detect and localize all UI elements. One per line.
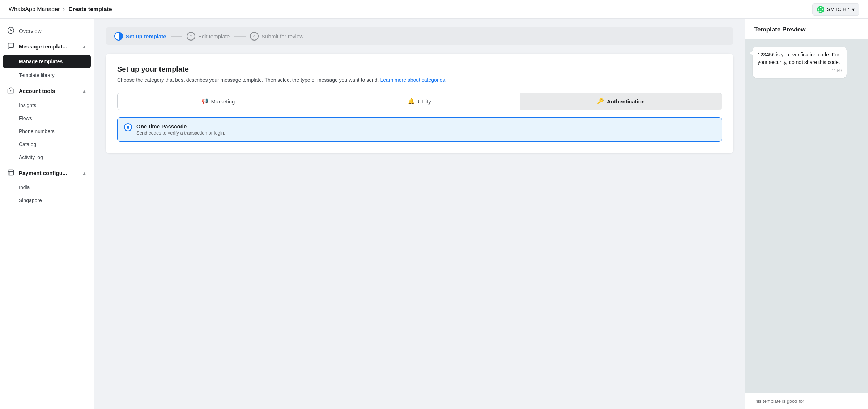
sidebar-item-flows[interactable]: Flows	[0, 112, 94, 125]
sidebar-item-manage-templates[interactable]: Manage templates	[3, 55, 91, 68]
message-time: 11:59	[758, 68, 842, 74]
sidebar-section-header-message-templates[interactable]: Message templat... ▲	[0, 39, 94, 54]
phone-numbers-label: Phone numbers	[19, 128, 55, 134]
marketing-label: Marketing	[211, 98, 235, 105]
steps-bar: Set up template ○ Edit template ○ Submit…	[106, 27, 733, 45]
message-templates-icon	[7, 42, 14, 51]
top-nav: WhatsApp Manager > Create template SMTC …	[0, 0, 868, 19]
phone-preview: 123456 is your verification code. For yo…	[745, 39, 868, 85]
step-separator-2	[234, 36, 246, 37]
whatsapp-icon	[817, 6, 824, 13]
activity-log-label: Activity log	[19, 154, 43, 160]
card-title: Set up your template	[117, 65, 722, 73]
payment-config-icon	[7, 169, 14, 177]
category-utility-btn[interactable]: 🔔 Utility	[319, 93, 520, 110]
step-setup-circle	[114, 32, 123, 41]
sidebar-section-header-payment-config[interactable]: Payment configu... ▲	[0, 165, 94, 181]
step-setup-label: Set up template	[126, 33, 166, 39]
sidebar-item-catalog[interactable]: Catalog	[0, 138, 94, 151]
step-edit-circle: ○	[187, 32, 195, 41]
utility-label: Utility	[418, 98, 431, 105]
sidebar-item-india[interactable]: India	[0, 181, 94, 194]
setup-card: Set up your template Choose the category…	[106, 54, 733, 153]
step-setup: Set up template	[114, 32, 166, 41]
sidebar-section-header-account-tools[interactable]: Account tools ▲	[0, 83, 94, 99]
sidebar-item-overview[interactable]: Overview	[0, 23, 94, 39]
card-subtitle-text: Choose the category that best describes …	[117, 77, 380, 83]
authentication-label: Authentication	[607, 98, 645, 105]
message-text: 123456 is your verification code. For yo…	[758, 52, 840, 65]
option-otp-content: One-time Passcode Send codes to verify a…	[136, 123, 225, 136]
sidebar-item-insights[interactable]: Insights	[0, 99, 94, 112]
account-dropdown-icon[interactable]: ▾	[852, 7, 855, 12]
step-separator-1	[171, 36, 182, 37]
sidebar-section-message-templates: Message templat... ▲ Manage templates Te…	[0, 39, 94, 82]
authentication-icon: 🔑	[597, 98, 604, 105]
account-tools-label: Account tools	[19, 88, 55, 94]
india-label: India	[19, 184, 30, 190]
account-selector[interactable]: SMTC Hir ▾	[812, 3, 859, 16]
insights-label: Insights	[19, 102, 36, 108]
marketing-icon: 📢	[201, 98, 208, 105]
breadcrumb-current: Create template	[69, 6, 112, 13]
sidebar-item-template-library[interactable]: Template library	[0, 69, 94, 82]
card-subtitle: Choose the category that best describes …	[117, 76, 722, 84]
breadcrumb-chevron: >	[63, 7, 65, 12]
option-otp[interactable]: One-time Passcode Send codes to verify a…	[117, 117, 722, 142]
manage-templates-label: Manage templates	[19, 59, 63, 64]
category-authentication-btn[interactable]: 🔑 Authentication	[520, 93, 722, 110]
right-panel: Template Preview 123456 is your verifica…	[745, 19, 868, 409]
preview-body: 123456 is your verification code. For yo…	[745, 39, 868, 393]
sidebar: Overview Message templat... ▲ Manage tem…	[0, 19, 94, 409]
singapore-label: Singapore	[19, 197, 42, 203]
flows-label: Flows	[19, 115, 32, 121]
main-content: Set up template ○ Edit template ○ Submit…	[94, 19, 745, 409]
overview-label: Overview	[19, 28, 42, 34]
category-marketing-btn[interactable]: 📢 Marketing	[118, 93, 319, 110]
preview-footer: This template is good for	[745, 393, 868, 409]
message-templates-label: Message templat...	[19, 43, 67, 50]
template-library-label: Template library	[19, 72, 55, 78]
account-name: SMTC Hir	[827, 7, 849, 12]
message-templates-chevron: ▲	[82, 44, 86, 49]
option-otp-title: One-time Passcode	[136, 123, 225, 129]
step-submit: ○ Submit for review	[250, 32, 303, 41]
option-otp-radio	[125, 124, 131, 131]
utility-icon: 🔔	[408, 98, 415, 105]
sidebar-section-account-tools: Account tools ▲ Insights Flows Phone num…	[0, 83, 94, 164]
sidebar-item-activity-log[interactable]: Activity log	[0, 151, 94, 164]
payment-config-chevron: ▲	[82, 171, 86, 176]
sidebar-item-phone-numbers[interactable]: Phone numbers	[0, 125, 94, 138]
step-edit: ○ Edit template	[187, 32, 230, 41]
account-tools-icon	[7, 87, 14, 95]
main-layout: Overview Message templat... ▲ Manage tem…	[0, 19, 868, 409]
learn-more-link[interactable]: Learn more about categories.	[380, 77, 446, 83]
breadcrumb: WhatsApp Manager > Create template	[9, 6, 112, 13]
step-submit-circle: ○	[250, 32, 259, 41]
message-bubble: 123456 is your verification code. For yo…	[753, 47, 847, 78]
step-submit-label: Submit for review	[261, 33, 303, 39]
sidebar-section-payment-config: Payment configu... ▲ India Singapore	[0, 165, 94, 207]
account-tools-chevron: ▲	[82, 89, 86, 94]
catalog-label: Catalog	[19, 141, 36, 147]
breadcrumb-home[interactable]: WhatsApp Manager	[9, 6, 60, 13]
category-buttons: 📢 Marketing 🔔 Utility 🔑 Authentication	[117, 93, 722, 110]
preview-header: Template Preview	[745, 19, 868, 39]
overview-icon	[7, 27, 14, 35]
payment-config-label: Payment configu...	[19, 170, 67, 176]
svg-rect-4	[8, 170, 14, 175]
option-otp-desc: Send codes to verify a transaction or lo…	[136, 130, 225, 136]
sidebar-item-singapore[interactable]: Singapore	[0, 194, 94, 207]
step-edit-label: Edit template	[198, 33, 230, 39]
